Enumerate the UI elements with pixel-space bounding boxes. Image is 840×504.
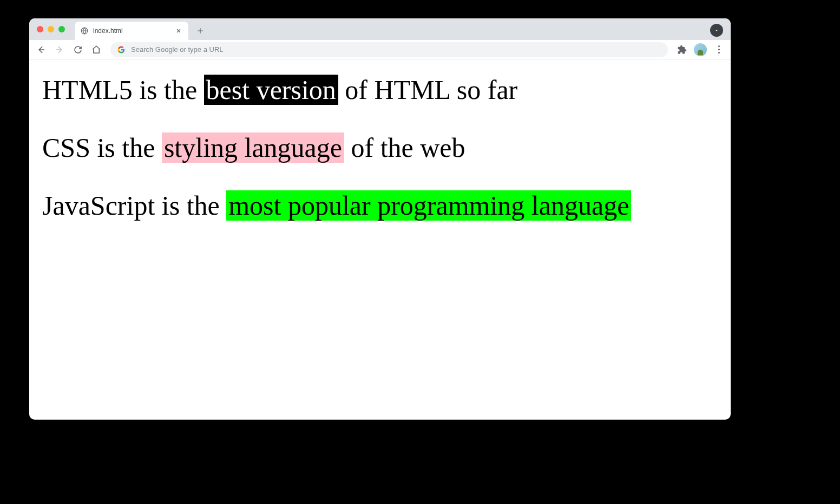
omnibox-input[interactable] — [131, 45, 661, 54]
heading-2: CSS is the styling language of the web — [42, 130, 718, 165]
browser-window: index.html — [29, 18, 731, 420]
text-before: CSS is the — [42, 132, 162, 163]
chevron-down-icon[interactable] — [710, 24, 723, 37]
globe-icon — [80, 26, 89, 35]
text-after: of HTML so far — [338, 75, 517, 105]
window-maximize-button[interactable] — [58, 26, 65, 32]
text-before: HTML5 is the — [42, 75, 204, 105]
highlight-green: most popular programming language — [226, 190, 631, 221]
extensions-button[interactable] — [674, 42, 690, 57]
text-after: of the web — [344, 132, 465, 163]
window-controls — [37, 26, 65, 32]
close-tab-button[interactable] — [174, 26, 183, 35]
forward-button[interactable] — [52, 42, 67, 57]
toolbar — [29, 40, 731, 59]
window-minimize-button[interactable] — [48, 26, 54, 32]
heading-3: JavaScript is the most popular programmi… — [42, 188, 718, 223]
avatar-icon — [694, 43, 707, 56]
reload-button[interactable] — [70, 42, 86, 57]
browser-menu-button[interactable] — [711, 42, 726, 57]
text-before: JavaScript is the — [42, 190, 226, 221]
tab-bar: index.html — [29, 18, 731, 40]
page-content: HTML5 is the best version of HTML so far… — [29, 59, 731, 259]
browser-tab[interactable]: index.html — [75, 22, 188, 40]
home-button[interactable] — [89, 42, 104, 57]
back-button[interactable] — [34, 42, 49, 57]
google-icon — [117, 45, 126, 54]
new-tab-button[interactable] — [193, 23, 208, 38]
tab-title: index.html — [93, 27, 174, 35]
highlight-black: best version — [204, 75, 338, 105]
kebab-icon — [718, 45, 720, 54]
heading-1: HTML5 is the best version of HTML so far — [42, 72, 718, 108]
profile-avatar[interactable] — [693, 42, 708, 57]
highlight-pink: styling language — [162, 132, 344, 163]
address-bar[interactable] — [110, 42, 668, 57]
window-close-button[interactable] — [37, 26, 43, 32]
